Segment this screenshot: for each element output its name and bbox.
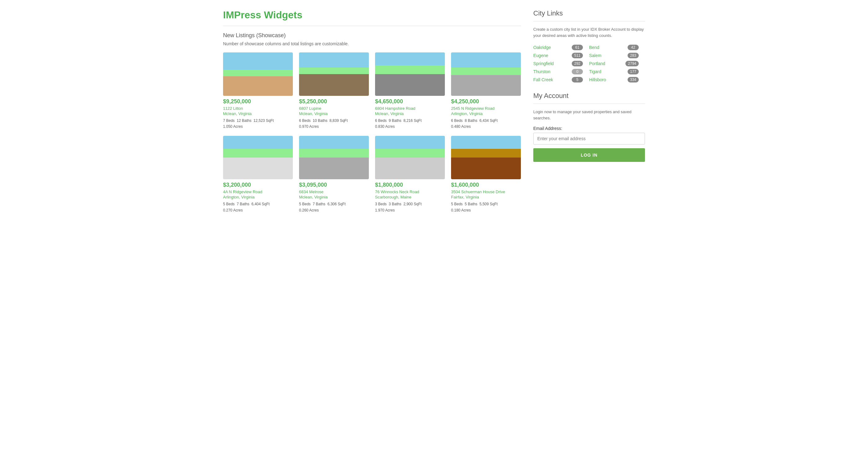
city-item: Oakridge 61 xyxy=(533,45,589,50)
sidebar: City Links Create a custom city list in … xyxy=(533,9,645,213)
city-column-left: Oakridge 61 Eugene 511 Springfield 292 T… xyxy=(533,45,589,83)
listing-details: 5 Beds 5 Baths 5,509 SqFt0.180 Acres xyxy=(451,201,521,213)
listing-details: 5 Beds 7 Baths 6,306 SqFt0.260 Acres xyxy=(299,201,369,213)
city-count: 61 xyxy=(572,45,583,50)
listing-price: $3,095,000 xyxy=(299,182,369,188)
city-column-right: Bend 42 Salem 283 Portland 2794 Tigard 1… xyxy=(589,45,645,83)
listing-city: Mclean, Virginia xyxy=(299,195,369,199)
city-name[interactable]: Hillsboro xyxy=(589,77,606,82)
listing-city: Arlington, Virginia xyxy=(223,195,293,199)
city-links-description: Create a custom city list in your IDX Br… xyxy=(533,26,645,38)
listing-city: Mclean, Virginia xyxy=(299,111,369,116)
city-item: Salem 283 xyxy=(589,53,645,58)
city-count: 334 xyxy=(627,77,639,83)
city-count: 0 xyxy=(572,69,583,74)
listing-card[interactable]: $3,095,000 6834 Melrose Mclean, Virginia… xyxy=(299,136,369,213)
city-count: 177 xyxy=(627,69,639,74)
listing-city: Arlington, Virginia xyxy=(451,111,521,116)
listing-card[interactable]: $1,800,000 76 Winnocks Neck Road Scarbor… xyxy=(375,136,445,213)
listing-address[interactable]: 6804 Hampshire Road xyxy=(375,106,445,111)
email-label: Email Address: xyxy=(533,126,645,131)
listing-card[interactable]: $5,250,000 6807 Lupine Mclean, Virginia … xyxy=(299,53,369,130)
city-name[interactable]: Bend xyxy=(589,45,599,50)
listing-city: Scarborough, Maine xyxy=(375,195,445,199)
city-item: Fall Creek 5 xyxy=(533,77,589,83)
city-name[interactable]: Thurston xyxy=(533,69,550,74)
listing-city: Fairfax, Virginia xyxy=(451,195,521,199)
city-item: Hillsboro 334 xyxy=(589,77,645,83)
listing-image xyxy=(299,136,369,179)
listing-card[interactable]: $3,200,000 4A N Ridgeview Road Arlington… xyxy=(223,136,293,213)
city-item: Eugene 511 xyxy=(533,53,589,58)
main-divider xyxy=(223,26,521,26)
city-name[interactable]: Eugene xyxy=(533,53,548,58)
city-count: 511 xyxy=(572,53,583,58)
listing-address[interactable]: 2545 N Ridgeview Road xyxy=(451,106,521,111)
city-links-grid: Oakridge 61 Eugene 511 Springfield 292 T… xyxy=(533,45,645,83)
page-wrapper: IMPress Widgets New Listings (Showcase) … xyxy=(217,0,651,223)
listing-address[interactable]: 6834 Melrose xyxy=(299,190,369,194)
listing-image xyxy=(375,136,445,179)
listing-details: 5 Beds 7 Baths 6,404 SqFt0.270 Acres xyxy=(223,201,293,213)
listing-price: $4,250,000 xyxy=(451,98,521,105)
listing-image xyxy=(299,53,369,96)
listing-image xyxy=(451,53,521,96)
listing-image xyxy=(375,53,445,96)
city-links-divider xyxy=(533,21,645,22)
section-title: New Listings (Showcase) xyxy=(223,32,521,39)
listing-details: 6 Beds 9 Baths 8,216 SqFt0.830 Acres xyxy=(375,118,445,130)
listing-address[interactable]: 6807 Lupine xyxy=(299,106,369,111)
listing-card[interactable]: $1,600,000 3504 Schuerman House Drive Fa… xyxy=(451,136,521,213)
city-name[interactable]: Tigard xyxy=(589,69,601,74)
city-name[interactable]: Oakridge xyxy=(533,45,551,50)
my-account-title: My Account xyxy=(533,92,645,100)
listing-image xyxy=(223,136,293,179)
listing-details: 7 Beds 12 Baths 12,523 SqFt1.050 Acres xyxy=(223,118,293,130)
city-name[interactable]: Portland xyxy=(589,61,605,66)
listing-details: 3 Beds 3 Baths 2,900 SqFt1.970 Acres xyxy=(375,201,445,213)
listing-price: $5,250,000 xyxy=(299,98,369,105)
listing-card[interactable]: $4,650,000 6804 Hampshire Road Mclean, V… xyxy=(375,53,445,130)
city-count: 292 xyxy=(572,61,583,66)
city-item: Springfield 292 xyxy=(533,61,589,66)
listing-address[interactable]: 4A N Ridgeview Road xyxy=(223,190,293,194)
listing-price: $9,250,000 xyxy=(223,98,293,105)
listing-price: $4,650,000 xyxy=(375,98,445,105)
email-input[interactable] xyxy=(533,133,645,144)
listing-details: 6 Beds 10 Baths 8,839 SqFt0.970 Acres xyxy=(299,118,369,130)
city-item: Portland 2794 xyxy=(589,61,645,66)
listing-image xyxy=(451,136,521,179)
listing-price: $1,800,000 xyxy=(375,182,445,188)
listing-card[interactable]: $9,250,000 1122 Litton Mclean, Virginia … xyxy=(223,53,293,130)
city-count: 5 xyxy=(572,77,583,83)
listing-price: $1,600,000 xyxy=(451,182,521,188)
section-subtitle: Number of showcase columns and total lis… xyxy=(223,41,521,46)
listing-details: 6 Beds 8 Baths 6,434 SqFt0.480 Acres xyxy=(451,118,521,130)
city-links-title: City Links xyxy=(533,9,645,18)
city-count: 2794 xyxy=(625,61,639,66)
listing-city: Mclean, Virginia xyxy=(375,111,445,116)
city-item: Tigard 177 xyxy=(589,69,645,74)
listing-card[interactable]: $4,250,000 2545 N Ridgeview Road Arlingt… xyxy=(451,53,521,130)
city-name[interactable]: Salem xyxy=(589,53,601,58)
my-account-section: My Account Login now to manage your save… xyxy=(533,92,645,162)
city-item: Bend 42 xyxy=(589,45,645,50)
listing-image xyxy=(223,53,293,96)
listing-price: $3,200,000 xyxy=(223,182,293,188)
city-name[interactable]: Fall Creek xyxy=(533,77,553,82)
listing-city: Mclean, Virginia xyxy=(223,111,293,116)
listing-address[interactable]: 3504 Schuerman House Drive xyxy=(451,190,521,194)
city-count: 42 xyxy=(627,45,639,50)
city-item: Thurston 0 xyxy=(533,69,589,74)
main-content: IMPress Widgets New Listings (Showcase) … xyxy=(223,9,521,213)
city-name[interactable]: Springfield xyxy=(533,61,554,66)
listing-address[interactable]: 76 Winnocks Neck Road xyxy=(375,190,445,194)
page-title: IMPress Widgets xyxy=(223,9,521,21)
login-button[interactable]: LOG IN xyxy=(533,148,645,162)
account-description: Login now to manage your saved propertie… xyxy=(533,109,645,121)
listings-grid: $9,250,000 1122 Litton Mclean, Virginia … xyxy=(223,53,521,213)
city-count: 283 xyxy=(627,53,639,58)
listing-address[interactable]: 1122 Litton xyxy=(223,106,293,111)
